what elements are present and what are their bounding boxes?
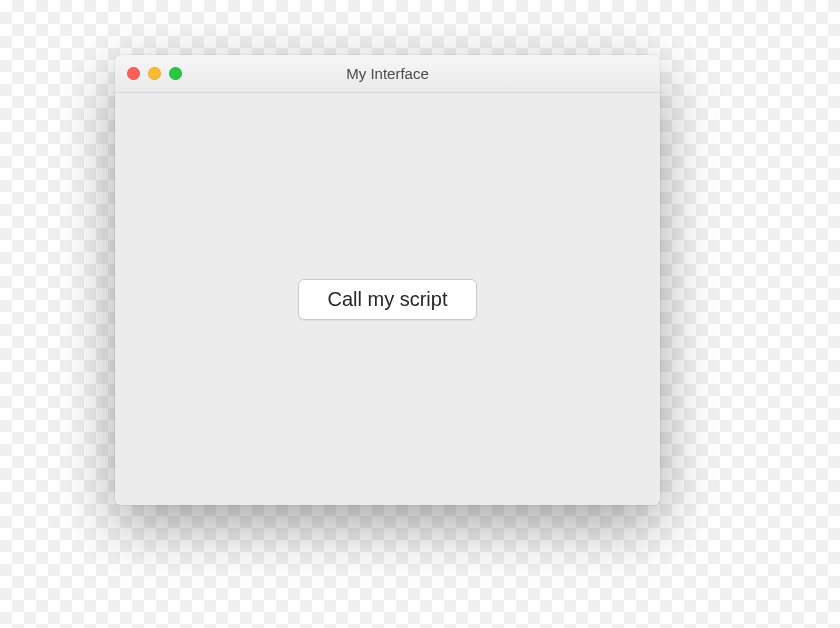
app-window: My Interface Call my script (115, 55, 660, 505)
window-body: Call my script (115, 93, 660, 505)
traffic-lights (127, 67, 182, 80)
titlebar[interactable]: My Interface (115, 55, 660, 93)
close-icon[interactable] (127, 67, 140, 80)
maximize-icon[interactable] (169, 67, 182, 80)
window-title: My Interface (115, 65, 660, 82)
call-script-button[interactable]: Call my script (298, 279, 476, 320)
minimize-icon[interactable] (148, 67, 161, 80)
